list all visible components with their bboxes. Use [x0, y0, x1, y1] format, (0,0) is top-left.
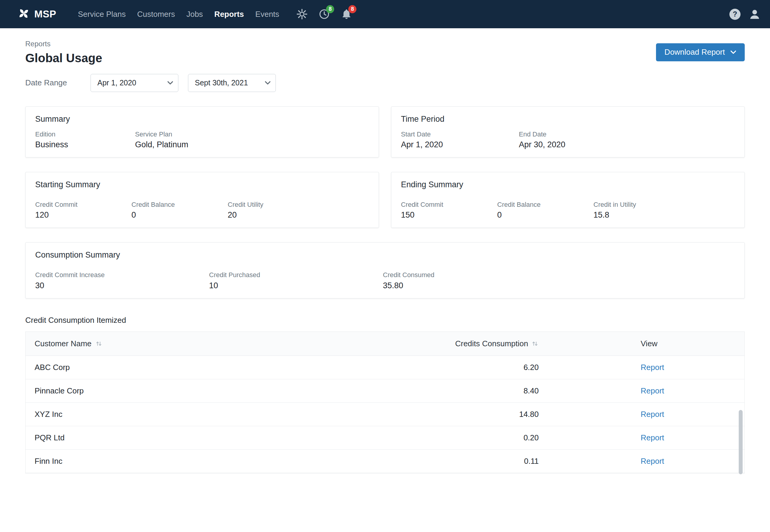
- column-header-label: View: [641, 339, 658, 348]
- stat-credit-in-utility: Credit in Utility 15.8: [594, 201, 690, 220]
- brand-logo-icon: [18, 8, 29, 20]
- customer-name-cell: Pinnacle Corp: [26, 386, 340, 396]
- card-title: Summary: [35, 115, 369, 124]
- report-link[interactable]: Report: [641, 363, 664, 372]
- chevron-down-icon: [265, 81, 271, 85]
- help-icon[interactable]: ?: [729, 9, 741, 20]
- avatar[interactable]: [748, 8, 761, 20]
- time-period-card: Time Period Start Date Apr 1, 2020 End D…: [391, 106, 745, 157]
- stat-credit-balance: Credit Balance 0: [131, 201, 228, 220]
- date-range-label: Date Range: [25, 78, 67, 87]
- card-title: Starting Summary: [35, 180, 369, 189]
- main-content: Reports Global Usage Download Report Dat…: [0, 40, 770, 473]
- consumption-summary-card: Consumption Summary Credit Commit Increa…: [25, 242, 745, 298]
- clock-badge: 8: [326, 5, 334, 13]
- credits-cell: 14.80: [340, 410, 539, 419]
- nav-item-customers[interactable]: Customers: [137, 10, 175, 19]
- summary-card: Summary Edition Business Service Plan Go…: [25, 106, 379, 157]
- nav-right-group: ?: [729, 8, 761, 20]
- stat-credit-commit: Credit Commit 120: [35, 201, 131, 220]
- stat-end-date: End Date Apr 30, 2020: [519, 130, 637, 149]
- credits-cell: 0.11: [340, 457, 539, 466]
- download-report-label: Download Report: [664, 47, 725, 57]
- table-row: Finn Inc 0.11 Report: [26, 450, 744, 473]
- stat-credit-commit: Credit Commit 150: [401, 201, 497, 220]
- report-link[interactable]: Report: [641, 386, 664, 395]
- cards-row-1: Summary Edition Business Service Plan Go…: [25, 106, 745, 157]
- stat-edition: Edition Business: [35, 130, 135, 149]
- download-report-button[interactable]: Download Report: [656, 43, 745, 61]
- stat-start-date: Start Date Apr 1, 2020: [401, 130, 519, 149]
- stat-credit-commit-increase: Credit Commit Increase 30: [35, 271, 209, 290]
- top-nav: MSP Service Plans Customers Jobs Reports…: [0, 0, 770, 28]
- stat-credit-balance: Credit Balance 0: [497, 201, 594, 220]
- stat-credit-purchased: Credit Purchased 10: [209, 271, 383, 290]
- end-date-value: Sept 30th, 2021: [195, 78, 248, 87]
- sort-icon[interactable]: [531, 340, 539, 347]
- table-row: PQR Ltd 0.20 Report: [26, 426, 744, 450]
- chevron-down-icon: [730, 50, 736, 54]
- starting-summary-card: Starting Summary Credit Commit 120 Credi…: [25, 172, 379, 228]
- clock-icon[interactable]: 8: [318, 8, 330, 20]
- report-link[interactable]: Report: [641, 433, 664, 442]
- settings-icon[interactable]: [296, 8, 308, 20]
- nav-item-reports[interactable]: Reports: [214, 10, 244, 19]
- page-header: Reports Global Usage Download Report: [25, 40, 745, 65]
- stat-credit-utility: Credit Utility 20: [228, 201, 324, 220]
- bell-badge: 8: [348, 5, 356, 13]
- column-header-label: Customer Name: [35, 339, 91, 348]
- page-title: Global Usage: [25, 51, 102, 65]
- bell-icon[interactable]: 8: [340, 8, 352, 20]
- credits-cell: 6.20: [340, 363, 539, 372]
- sort-icon[interactable]: [95, 340, 103, 347]
- card-title: Time Period: [401, 115, 735, 124]
- card-title: Consumption Summary: [35, 250, 735, 260]
- table-header-row: Customer Name Credits Consumption View: [26, 332, 744, 356]
- customer-name-cell: PQR Ltd: [26, 433, 340, 442]
- report-link[interactable]: Report: [641, 457, 664, 466]
- stat-service-plan: Service Plan Gold, Platinum: [135, 130, 235, 149]
- ending-summary-card: Ending Summary Credit Commit 150 Credit …: [391, 172, 745, 228]
- card-title: Ending Summary: [401, 180, 735, 189]
- start-date-value: Apr 1, 2020: [97, 78, 136, 87]
- report-link[interactable]: Report: [641, 410, 664, 419]
- credits-cell: 0.20: [340, 433, 539, 442]
- credit-consumption-table: Customer Name Credits Consumption View A…: [25, 332, 745, 473]
- end-date-select[interactable]: Sept 30th, 2021: [188, 74, 276, 92]
- start-date-select[interactable]: Apr 1, 2020: [90, 74, 178, 92]
- customer-name-cell: Finn Inc: [26, 457, 340, 466]
- column-header-credits-consumption[interactable]: Credits Consumption: [340, 339, 539, 348]
- nav-item-events[interactable]: Events: [255, 10, 279, 19]
- chevron-down-icon: [167, 81, 173, 85]
- breadcrumb[interactable]: Reports: [25, 40, 102, 48]
- cards-row-2: Starting Summary Credit Commit 120 Credi…: [25, 172, 745, 228]
- primary-nav: Service Plans Customers Jobs Reports Eve…: [78, 10, 279, 19]
- brand[interactable]: MSP: [18, 8, 56, 20]
- column-header-label: Credits Consumption: [455, 339, 528, 348]
- column-header-customer-name[interactable]: Customer Name: [26, 339, 340, 348]
- nav-item-jobs[interactable]: Jobs: [186, 10, 203, 19]
- nav-icon-group: 8 8: [296, 8, 352, 20]
- credits-cell: 8.40: [340, 386, 539, 396]
- title-block: Reports Global Usage: [25, 40, 102, 65]
- brand-name: MSP: [34, 8, 56, 20]
- column-header-view: View: [539, 339, 744, 348]
- table-row: XYZ Inc 14.80 Report: [26, 403, 744, 426]
- stat-credit-consumed: Credit Consumed 35.80: [383, 271, 557, 290]
- table-title: Credit Consumption Itemized: [25, 316, 745, 325]
- table-row: Pinnacle Corp 8.40 Report: [26, 379, 744, 403]
- table-row: ABC Corp 6.20 Report: [26, 356, 744, 379]
- scrollbar-thumb[interactable]: [739, 410, 743, 474]
- customer-name-cell: ABC Corp: [26, 363, 340, 372]
- nav-item-service-plans[interactable]: Service Plans: [78, 10, 126, 19]
- date-range-filter: Date Range Apr 1, 2020 Sept 30th, 2021: [25, 74, 745, 92]
- customer-name-cell: XYZ Inc: [26, 410, 340, 419]
